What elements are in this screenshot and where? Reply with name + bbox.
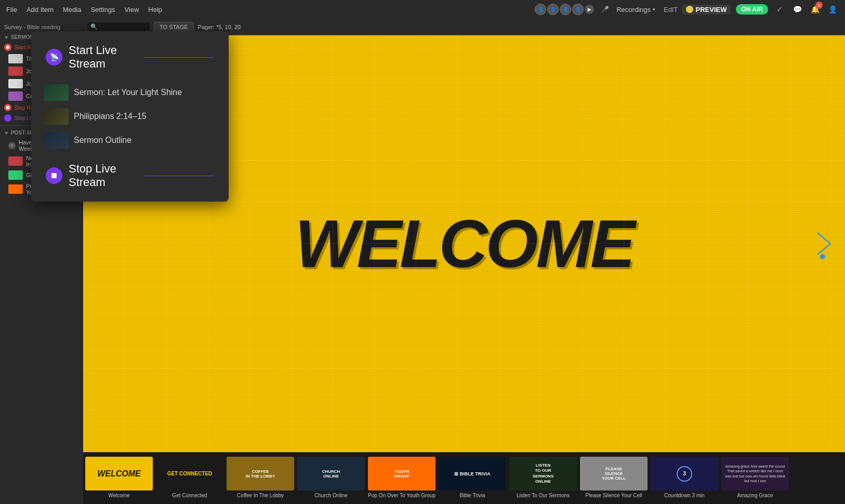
thumbnail-coffee[interactable]: COFFEEIN THE LOBBY Coffee In The Lobby — [227, 457, 294, 500]
record-dot-icon — [4, 44, 11, 51]
sermon-item-let-your-light[interactable]: Sermon: Let Your Light Shine — [39, 81, 220, 104]
bible-thumb-bg: ⊞ BIBLE TRIVIA — [439, 457, 506, 490]
church-thumb-bg: CHURCHONLINE — [297, 457, 365, 490]
thumbnail-church-online[interactable]: CHURCHONLINE Church Online — [297, 457, 365, 500]
sidebar-survey-item[interactable]: Survey - Bible reading — [0, 23, 83, 31]
church-thumb-text: CHURCHONLINE — [322, 469, 340, 479]
coffee-thumb-bg: COFFEEIN THE LOBBY — [227, 457, 294, 490]
notification-badge: 3 — [815, 2, 823, 9]
edit-preview-group: EdIT PREVIEW — [661, 5, 731, 15]
thumbnail-welcome-label: Welcome — [85, 493, 153, 498]
sermon-item-outline[interactable]: Sermon Outline — [39, 129, 220, 152]
amazing-thumb-bg: Amazing grace how sweet the sound That s… — [721, 457, 789, 490]
thumbnail-church-online-label: Church Online — [297, 493, 365, 498]
silence-thumb-bg: PLEASESILENCEYOUR CELL — [580, 457, 648, 490]
avatar-group: 👤 👤 👤 👤 ▶ — [535, 4, 594, 15]
purple-dot-icon — [4, 114, 11, 122]
thumbnail-youth-group-label: Pop On Over To Youth Group — [368, 493, 435, 498]
sermon-item-philippians[interactable]: Philippians 2:14–15 — [39, 105, 220, 128]
thumbnail-amazing-grace-image: Amazing grace how sweet the sound That s… — [721, 457, 789, 490]
welcome-thumb-bg: WELCOME — [85, 457, 153, 490]
thumbnail-youth-group[interactable]: YOUTHGROUP Pop On Over To Youth Group — [368, 457, 435, 500]
notifications-button[interactable]: 🔔 3 — [809, 3, 821, 16]
stop-stream-icon — [46, 167, 62, 184]
thumbnail-youth-group-image: YOUTHGROUP — [368, 457, 435, 490]
sermon-title-philippians: Philippians 2:14–15 — [74, 112, 147, 121]
thumbnail-bible-trivia-image: ⊞ BIBLE TRIVIA — [439, 457, 506, 490]
sermon-section-label: Sermon — [11, 34, 34, 40]
youth-thumb-bg: YOUTHGROUP — [368, 457, 435, 490]
countdown-thumb-bg: 3 — [651, 457, 718, 490]
chat-icon[interactable]: 💬 — [791, 3, 803, 16]
stop-dot-icon — [4, 104, 11, 111]
get-connected-thumb-text: GET CONNECTED — [165, 469, 215, 479]
recordings-button[interactable]: Recordings ▾ — [616, 6, 655, 14]
silence-thumb-text: PLEASESILENCEYOUR CELL — [602, 467, 626, 481]
on-air-button[interactable]: ON AIR — [736, 4, 768, 15]
outline-thumb — [44, 132, 69, 149]
edit-button[interactable]: EdIT — [661, 5, 681, 15]
youth-thumb-text: YOUTHGROUP — [394, 469, 409, 479]
thumbnail-silence-cell-label: Please Silence Your Cell — [580, 493, 648, 498]
listen-thumb-text: LISTENTO OURSERMONSONLINE — [533, 463, 553, 485]
thumbnail-countdown[interactable]: 3 Countdown 3 min — [651, 457, 718, 500]
thumbnail-row: WELCOME Welcome GET CONNECTED Get Connec… — [83, 452, 845, 504]
thumbnail-silence-cell[interactable]: PLEASESILENCEYOUR CELL Please Silence Yo… — [580, 457, 648, 500]
thumbnail-welcome[interactable]: WELCOME Welcome — [85, 457, 153, 500]
countdown-circle: 3 — [677, 466, 692, 482]
menu-bar-left: File Add Item Media Settings View Help — [6, 6, 526, 14]
menu-bar: File Add Item Media Settings View Help 👤… — [0, 0, 845, 19]
search-input[interactable] — [100, 24, 147, 30]
next-slide-button[interactable] — [814, 228, 835, 259]
search-box[interactable]: 🔍 — [87, 22, 150, 31]
user-menu-button[interactable]: 👤 — [826, 3, 839, 16]
joel-verses-thumb — [8, 79, 23, 88]
philippians-thumb — [44, 108, 69, 125]
pager-text: Pager: *5, 10, 20 — [198, 24, 241, 30]
thumbnail-silence-cell-image: PLEASESILENCEYOUR CELL — [580, 457, 648, 490]
preview-button[interactable]: PREVIEW — [682, 5, 731, 15]
thumbnail-amazing-grace-label: Amazing Grace — [721, 493, 789, 498]
menu-help[interactable]: Help — [148, 6, 162, 14]
start-live-stream-button[interactable]: 📡 Start Live Stream — [39, 39, 220, 75]
avatar-3: 👤 — [560, 4, 571, 15]
thumbnail-church-online-image: CHURCHONLINE — [297, 457, 365, 490]
menu-view[interactable]: View — [124, 6, 139, 14]
sermon-items-list: Sermon: Let Your Light Shine Philippians… — [39, 81, 220, 152]
content-thumb — [8, 91, 23, 101]
thumbnail-amazing-grace[interactable]: Amazing grace how sweet the sound That s… — [721, 457, 789, 500]
thumbnail-coffee-image: COFFEEIN THE LOBBY — [227, 457, 294, 490]
thumbnail-countdown-label: Countdown 3 min — [651, 493, 718, 498]
menu-settings[interactable]: Settings — [90, 6, 115, 14]
check-circle-icon[interactable]: ✓ — [773, 3, 786, 16]
title-thumb — [8, 54, 23, 63]
stop-live-stream-button[interactable]: Stop Live Stream — [39, 158, 220, 193]
welcome-thumb-text: WELCOME — [97, 469, 141, 479]
to-stage-button[interactable]: TO STAGE — [154, 22, 194, 32]
sermon-title-let-your-light: Sermon: Let Your Light Shine — [74, 88, 182, 97]
menu-media[interactable]: Media — [63, 6, 81, 14]
start-stream-divider-line — [144, 57, 214, 58]
pop-on-over-thumb — [8, 184, 23, 194]
joel-thumb — [8, 67, 23, 76]
preview-dot — [686, 6, 693, 13]
bible-thumb-text: ⊞ BIBLE TRIVIA — [454, 471, 491, 476]
search-icon: 🔍 — [90, 23, 98, 30]
listen-thumb-bg: LISTENTO OURSERMONSONLINE — [509, 457, 577, 490]
thumbnail-listen-sermons-label: Listen To Our Sermons — [509, 493, 577, 498]
recordings-label: Recordings — [616, 6, 651, 14]
amazing-thumb-text: Amazing grace how sweet the sound That s… — [723, 462, 787, 484]
avatar-play-button[interactable]: ▶ — [585, 5, 594, 14]
thumbnail-listen-sermons-image: LISTENTO OURSERMONSONLINE — [509, 457, 577, 490]
menu-file[interactable]: File — [6, 6, 17, 14]
thumbnail-bible-trivia[interactable]: ⊞ BIBLE TRIVIA Bible Trivia — [439, 457, 506, 500]
survey-label: Survey - Bible reading — [4, 24, 60, 30]
give-thumb — [8, 170, 23, 180]
wifi-symbol: 📡 — [50, 53, 59, 61]
thumbnail-get-connected[interactable]: GET CONNECTED Get Connected — [156, 457, 223, 500]
thumbnail-listen-sermons[interactable]: LISTENTO OURSERMONSONLINE Listen To Our … — [509, 457, 577, 500]
menu-add-item[interactable]: Add Item — [27, 6, 54, 14]
stop-stream-divider-line — [144, 176, 214, 176]
avatar-4: 👤 — [572, 4, 584, 15]
thumbnail-get-connected-image: GET CONNECTED — [156, 457, 223, 490]
